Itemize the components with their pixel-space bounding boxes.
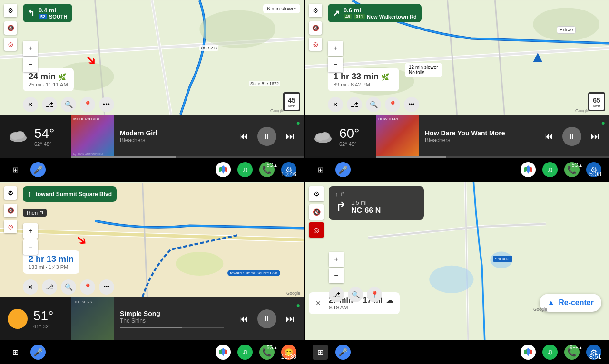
zoom-out-q3[interactable]: − <box>23 239 38 255</box>
grid-icon-q3[interactable]: ⊞ <box>8 345 23 360</box>
pause-btn-q3[interactable]: ⏸ <box>257 309 276 328</box>
nav-card-q2: ↗ 0.6 mi 49 311 New Walkertown Rd <box>328 4 422 22</box>
pause-btn-q2[interactable]: ⏸ <box>562 127 581 146</box>
music-controls-q3: ⏮ ⏸ ⏭ <box>230 309 304 328</box>
more-btn-q1[interactable]: ••• <box>99 97 114 112</box>
pin-btn-q4[interactable]: 📍 <box>367 287 382 302</box>
traffic-q2: 12 min slower No tolls <box>405 63 442 77</box>
maps-icon-q3[interactable] <box>216 345 231 360</box>
location-icon[interactable]: ◎ <box>4 38 17 51</box>
search-btn-q4[interactable]: 🔍 <box>348 287 363 302</box>
maps-icon-q4[interactable] <box>521 345 536 360</box>
gear-icon-q2[interactable]: ⚙ <box>309 4 322 17</box>
next-btn-q3[interactable]: ⏭ <box>284 312 296 326</box>
time-q3: 11:30 <box>281 353 296 360</box>
music-section-q3[interactable]: THE SHINS Simple Song The Shins ⏮ ⏸ ⏭ ● <box>71 297 304 340</box>
gear-icon[interactable]: ⚙ <box>4 4 17 17</box>
prev-btn-q2[interactable]: ⏮ <box>542 130 555 144</box>
mic-icon-q3[interactable]: 🎤 <box>30 345 46 360</box>
location-icon-q3[interactable]: ◎ <box>4 220 17 233</box>
track-progress-q3 <box>120 327 224 328</box>
pin-btn-q3[interactable]: 📍 <box>80 279 95 295</box>
zoom-out-q2[interactable]: − <box>328 57 343 72</box>
pin-btn-q2[interactable]: 📍 <box>385 97 400 112</box>
nav-distance-q2: 0.6 mi <box>344 7 417 14</box>
spotify-icon-q3-bar[interactable]: ♫ <box>237 345 253 360</box>
search-btn-q3[interactable]: 🔍 <box>61 279 76 295</box>
recenter-button-q4[interactable]: ▲ Re-center <box>540 294 601 312</box>
weather-section-q1: 54° 62° 48° <box>0 115 71 158</box>
music-section-q1[interactable]: MODERN GIRL by JACK ANTONOFF & Modern Gi… <box>71 115 304 158</box>
nav-arrow-q3: ↑ <box>28 189 32 199</box>
mic-icon-q1[interactable]: 🎤 <box>30 162 46 177</box>
spotify-icon-q4-bar[interactable]: ♫ <box>542 345 558 360</box>
next-btn-q1[interactable]: ⏭ <box>284 130 296 144</box>
spotify-icon-q1-bar[interactable]: ♫ <box>237 162 253 177</box>
settings-button-q2[interactable]: ⚙ <box>309 4 322 17</box>
close-btn-q2[interactable]: ✕ <box>328 97 343 112</box>
settings-button-q3[interactable]: ⚙ <box>4 186 17 200</box>
prev-btn-q3[interactable]: ⏮ <box>237 312 250 326</box>
gear-icon-q4[interactable]: ⚙ <box>309 186 324 201</box>
taskbar-q4: ⊞ 🎤 ♫ 📞 ⚙ 9++▲ 8:51 <box>305 340 609 364</box>
mute-icon-q2[interactable]: 🔇 <box>309 21 322 35</box>
main-dir-q4: ↱ 1.5 mi NC-66 N <box>335 199 417 215</box>
pin-btn-q1[interactable]: 📍 <box>80 97 95 112</box>
speed-limit-q2: 65 MPH <box>588 92 605 111</box>
album-art-q1: MODERN GIRL by JACK ANTONOFF & <box>71 115 114 158</box>
route-btn-q1[interactable]: ⎇ <box>42 97 57 112</box>
close-btn-q4[interactable]: ✕ <box>315 299 321 307</box>
nav-distance-q4: 1.5 mi <box>351 200 381 206</box>
music-title-q1: Modern Girl <box>120 129 224 137</box>
mic-icon-q2[interactable]: 🎤 <box>335 162 351 177</box>
spotify-icon-q2-bar[interactable]: ♫ <box>542 162 558 177</box>
location-icon-q4[interactable]: ◎ <box>309 222 324 238</box>
music-title-q2: How Dare You Want More <box>425 129 529 137</box>
maps-icon-q1[interactable] <box>216 162 231 177</box>
grid-icon-q2[interactable]: ⊞ <box>313 162 328 177</box>
grid-icon-q4[interactable]: ⊞ <box>313 345 328 360</box>
search-btn-q1[interactable]: 🔍 <box>61 97 76 112</box>
mic-icon-q4[interactable]: 🎤 <box>335 345 351 360</box>
prev-btn-q1[interactable]: ⏮ <box>237 130 250 144</box>
eta-details-q2: 89 mi · 6:42 PM <box>334 82 393 87</box>
more-btn-q2[interactable]: ••• <box>404 97 419 112</box>
next-turn-q4: ↑ ↱ <box>335 191 417 197</box>
next-btn-q2[interactable]: ⏭ <box>589 130 601 144</box>
bleachers-art-text: by JACK ANTONOFF & <box>73 153 103 156</box>
zoom-controls-q1: + − <box>23 41 38 72</box>
close-btn-q3[interactable]: ✕ <box>23 279 38 295</box>
mute-icon-q4[interactable]: 🔇 <box>309 204 324 220</box>
action-bar-q2: ✕ ⎇ 🔍 📍 ••• <box>328 97 605 112</box>
gear-icon-q3[interactable]: ⚙ <box>4 186 17 200</box>
close-btn-q1[interactable]: ✕ <box>23 97 38 112</box>
more-btn-q3[interactable]: ••• <box>99 279 114 295</box>
zoom-out-q4[interactable]: − <box>329 268 344 283</box>
zoom-out-q1[interactable]: − <box>23 57 38 72</box>
mute-icon[interactable]: 🔇 <box>4 21 17 35</box>
pause-btn-q1[interactable]: ⏸ <box>257 127 276 146</box>
music-section-q2[interactable]: HOW DARE How Dare You Want More Bleacher… <box>376 115 609 158</box>
bottom-bar-q1: 54° 62° 48° MODERN GIRL by JACK ANTONOFF… <box>0 115 304 158</box>
music-artist-q1: Bleachers <box>120 137 224 144</box>
zoom-in-q3[interactable]: + <box>23 223 38 239</box>
google-watermark-q1: Google <box>270 108 284 113</box>
bottom-bar-q3: 51° 61° 32° THE SHINS Simple Song The Sh… <box>0 297 304 340</box>
grid-icon-q1[interactable]: ⊞ <box>8 162 23 177</box>
zoom-in-q1[interactable]: + <box>23 41 38 56</box>
zoom-in-q2[interactable]: + <box>328 41 343 56</box>
mute-icon-q3[interactable]: 🔇 <box>4 204 17 217</box>
taskbar-q2: ⊞ 🎤 ♫ 📞 ⚙ 5G▲ 5:08 <box>305 158 609 182</box>
route-btn-q3[interactable]: ⎇ <box>42 279 57 295</box>
route-btn-q2[interactable]: ⎇ <box>347 97 362 112</box>
search-btn-q2[interactable]: 🔍 <box>366 97 381 112</box>
maps-icon-q2[interactable] <box>521 162 536 177</box>
route-btn-q4[interactable]: ⎇ <box>329 287 344 302</box>
zoom-in-q4[interactable]: + <box>329 252 344 267</box>
weather-sun-icon-q3 <box>8 309 28 329</box>
leaf-icon-q1: 🌿 <box>58 73 66 81</box>
location-icon-q2[interactable]: ◎ <box>309 38 322 51</box>
quadrant-2: ⚙ 🔇 ◎ ↗ 0.6 mi 49 311 New Walkertown Rd … <box>305 0 609 182</box>
nav-arrow-q2: ↗ <box>333 8 340 19</box>
settings-button-q1[interactable]: ⚙ <box>4 4 17 17</box>
